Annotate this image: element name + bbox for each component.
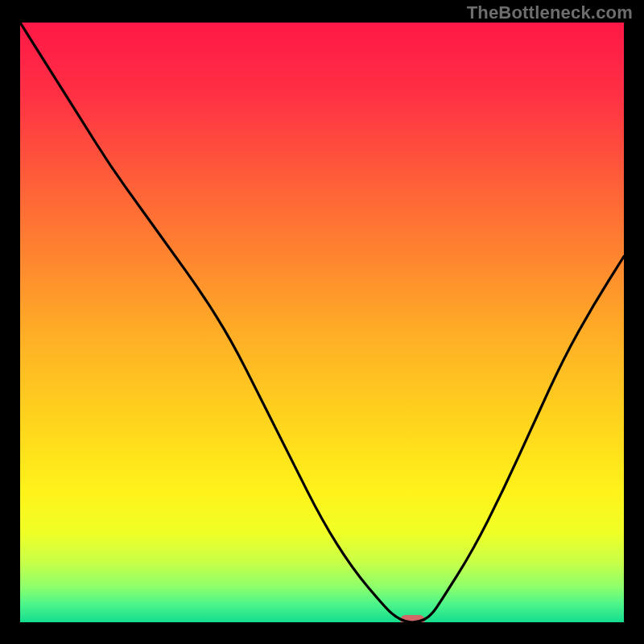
watermark-label: TheBottleneck.com xyxy=(467,2,633,23)
plot-area xyxy=(20,23,624,622)
chart-svg xyxy=(20,23,624,622)
chart-stage: TheBottleneck.com xyxy=(0,0,644,644)
gradient-rect xyxy=(20,23,624,622)
